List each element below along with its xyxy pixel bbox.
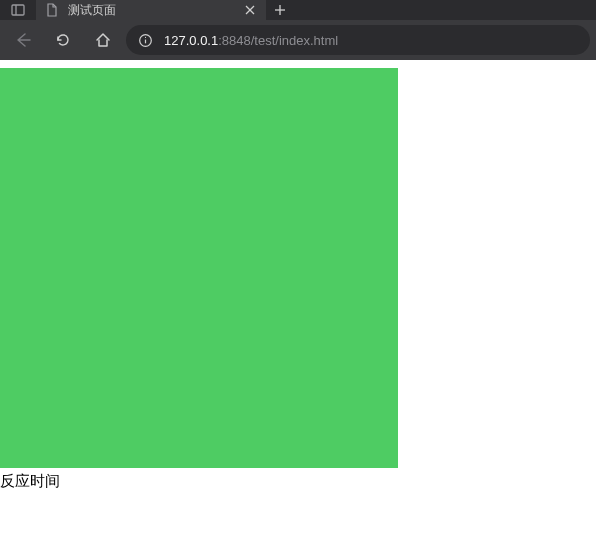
reaction-time-label: 反应时间 [0,472,596,491]
reload-button[interactable] [46,23,80,57]
address-bar[interactable]: 127.0.0.1:8848/test/index.html [126,25,590,55]
reaction-box[interactable] [0,68,398,468]
nav-bar: 127.0.0.1:8848/test/index.html [0,20,596,60]
browser-chrome: 测试页面 [0,0,596,60]
page-content: 反应时间 [0,68,596,491]
url-text: 127.0.0.1:8848/test/index.html [164,33,338,48]
url-rest: :8848/test/index.html [218,33,338,48]
tab-bar: 测试页面 [0,0,596,20]
browser-tab[interactable]: 测试页面 [36,0,266,20]
svg-point-8 [144,36,145,37]
close-tab-icon[interactable] [242,2,258,18]
back-button[interactable] [6,23,40,57]
new-tab-button[interactable] [266,0,294,20]
site-info-icon[interactable] [136,31,154,49]
home-button[interactable] [86,23,120,57]
svg-rect-0 [12,5,24,15]
page-icon [44,2,60,18]
tab-title: 测试页面 [68,2,242,19]
url-host: 127.0.0.1 [164,33,218,48]
panel-toggle-icon[interactable] [0,0,36,20]
